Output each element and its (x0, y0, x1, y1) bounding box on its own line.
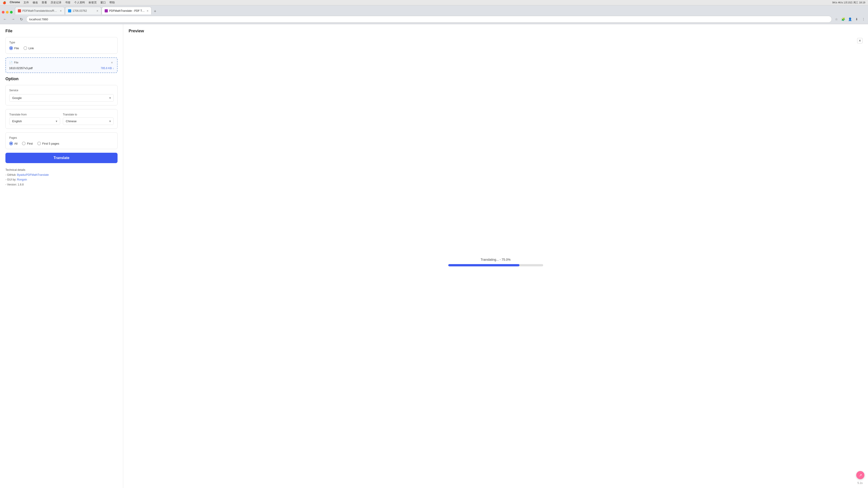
tab-1-favicon (18, 9, 21, 12)
back-button[interactable]: ← (2, 16, 8, 22)
translate-to-select[interactable]: Chinese English French (63, 118, 114, 125)
right-panel: Preview × Translating... - 75.0% 5.1s ↗ (123, 24, 868, 488)
window-close-button[interactable] (2, 11, 4, 13)
pages-all-label: All (14, 142, 18, 145)
pages-radio-group: All First First 5 pages (9, 142, 114, 145)
translate-from-col: Translate from English Chinese Auto ▼ (9, 113, 60, 125)
main-content: File Type File Link 📄 File (0, 24, 868, 488)
translate-button[interactable]: Translate (5, 153, 118, 163)
translate-from-wrapper: English Chinese Auto ▼ (9, 118, 60, 125)
file-type-icon: 📄 (9, 61, 13, 64)
tech-gui-prefix: - GUI by: (5, 178, 17, 181)
tech-gui-row: - GUI by: Rongxin (5, 177, 118, 182)
service-select-wrapper: Google DeepL OpenAI Ollama ▼ (9, 94, 114, 102)
tech-title: Technical details (5, 168, 118, 173)
tab-3-favicon (105, 9, 108, 12)
pages-card: Pages All First First 5 pages (5, 132, 118, 149)
option-section-title: Option (5, 76, 118, 81)
pages-first-radio[interactable]: First (22, 142, 33, 145)
tech-github-row: - GitHub: Byaidu/PDFMathTranslate (5, 173, 118, 177)
menu-profile[interactable]: 个人资料 (74, 1, 85, 4)
tab-2-title: 1706.03762 (72, 9, 95, 12)
type-radio-group: File Link (9, 46, 114, 50)
file-size-text: 785.6 KB ↓ (101, 67, 114, 70)
os-menu-bar: 🍎 Chrome 文件 修改 查看 历史记录 书签 个人资料 标签页 窗口 帮助… (0, 0, 868, 5)
tab-3-title: PDFMathTranslate - PDF Tran... (109, 9, 145, 12)
translate-from-select[interactable]: English Chinese Auto (9, 118, 60, 125)
type-link-radio-circle (24, 46, 27, 50)
menu-history[interactable]: 历史记录 (51, 1, 61, 4)
bookmark-icon[interactable]: ☆ (834, 17, 839, 22)
file-remove-button[interactable]: × (110, 61, 114, 65)
floating-action-button[interactable]: ↗ (856, 471, 864, 479)
type-link-label: Link (29, 46, 34, 50)
file-upload-card[interactable]: 📄 File × 1610.02357v3.pdf 785.6 KB ↓ (5, 57, 118, 73)
menu-edit[interactable]: 修改 (33, 1, 38, 4)
menu-help[interactable]: 帮助 (110, 1, 115, 4)
left-panel: File Type File Link 📄 File (0, 24, 123, 488)
address-bar[interactable]: localhost:7860 (26, 16, 832, 23)
file-name-text: 1610.02357v3.pdf (9, 66, 33, 70)
type-card: Type File Link (5, 37, 118, 54)
progress-bar-track (448, 264, 543, 266)
type-link-radio[interactable]: Link (24, 46, 34, 50)
tech-gui-link[interactable]: Rongxin (17, 178, 27, 181)
translate-from-label: Translate from (9, 113, 60, 116)
tab-2-favicon (68, 9, 71, 12)
pages-all-radio[interactable]: All (9, 142, 18, 145)
type-label: Type (9, 41, 114, 44)
service-card: Service Google DeepL OpenAI Ollama ▼ (5, 85, 118, 105)
menu-chrome[interactable]: Chrome (10, 1, 20, 4)
translate-to-col: Translate to Chinese English French ▼ (63, 113, 114, 125)
tab-1-title: PDFMathTranslate/docs/REA... (22, 9, 59, 12)
preview-close-button[interactable]: × (857, 38, 863, 43)
preview-content: × Translating... - 75.0% 5.1s (123, 36, 868, 488)
apple-icon[interactable]: 🍎 (3, 1, 6, 4)
tech-details: Technical details - GitHub: Byaidu/PDFMa… (5, 168, 118, 187)
translate-to-wrapper: Chinese English French ▼ (63, 118, 114, 125)
tech-github-prefix: - GitHub: (5, 173, 17, 176)
menu-file[interactable]: 文件 (24, 1, 29, 4)
pages-first-label: First (27, 142, 33, 145)
tab-bar: PDFMathTranslate/docs/REA... × 1706.0376… (0, 5, 868, 14)
type-file-radio[interactable]: File (9, 46, 19, 50)
tab-3-close[interactable]: × (147, 9, 149, 13)
pages-first5-label: First 5 pages (42, 142, 59, 145)
window-maximize-button[interactable] (10, 11, 13, 13)
type-file-label: File (14, 46, 19, 50)
service-label: Service (9, 89, 114, 92)
tab-2[interactable]: 1706.03762 × (65, 7, 101, 14)
tab-1[interactable]: PDFMathTranslate/docs/REA... × (15, 7, 65, 14)
file-card-label: File (14, 61, 18, 64)
floating-icon: ↗ (859, 473, 862, 477)
pages-first-circle (22, 142, 26, 145)
refresh-button[interactable]: ↻ (18, 16, 24, 22)
menu-window[interactable]: 窗口 (100, 1, 106, 4)
browser-extensions-icon[interactable]: 🧩 (840, 17, 846, 22)
menu-tabs[interactable]: 标签页 (89, 1, 97, 4)
pages-first5-radio[interactable]: First 5 pages (37, 142, 59, 145)
translate-row: Translate from English Chinese Auto ▼ Tr… (9, 113, 114, 125)
pages-all-circle (9, 142, 13, 145)
new-tab-button[interactable]: + (152, 8, 158, 14)
window-minimize-button[interactable] (6, 11, 8, 13)
user-profile-icon[interactable]: 👤 (847, 17, 852, 22)
tech-github-link[interactable]: Byaidu/PDFMathTranslate (17, 173, 49, 176)
service-select[interactable]: Google DeepL OpenAI Ollama (9, 94, 114, 102)
tab-1-close[interactable]: × (60, 9, 62, 13)
download-icon[interactable]: ⬇ (854, 17, 860, 22)
forward-button[interactable]: → (10, 16, 16, 22)
address-bar-row: ← → ↻ localhost:7860 ☆ 🧩 👤 ⬇ ⋮ (0, 14, 868, 24)
url-text: localhost:7860 (29, 18, 48, 21)
progress-area: Translating... - 75.0% (448, 258, 543, 266)
menu-view[interactable]: 查看 (41, 1, 47, 4)
menu-bookmarks[interactable]: 书签 (65, 1, 70, 4)
progress-bar-fill (448, 264, 520, 266)
pages-first5-circle (37, 142, 41, 145)
tab-2-close[interactable]: × (96, 9, 98, 13)
type-file-radio-circle (9, 46, 13, 50)
pages-label: Pages (9, 136, 114, 139)
menu-dots-icon[interactable]: ⋮ (861, 17, 866, 22)
tab-3[interactable]: PDFMathTranslate - PDF Tran... × (102, 7, 151, 14)
preview-title: Preview (123, 24, 868, 36)
